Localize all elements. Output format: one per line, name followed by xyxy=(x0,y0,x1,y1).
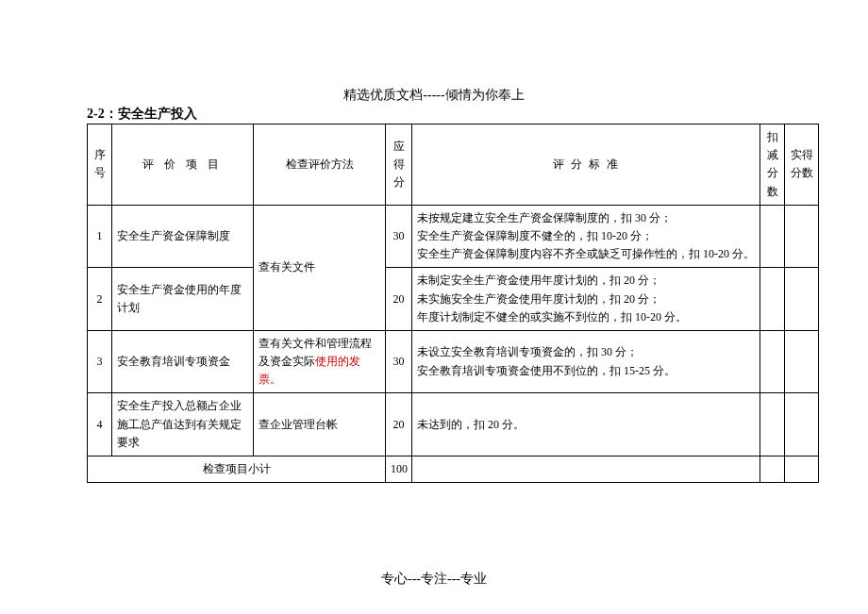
th-criteria: 评 分 标 准 xyxy=(412,124,760,206)
criteria-line: 年度计划制定不健全的或实施不到位的，扣 10-20 分。 xyxy=(417,308,755,326)
th-actual: 实得分数 xyxy=(785,124,819,206)
cell-criteria: 未制定安全生产资金使用年度计划的，扣 20 分； 未实施安全生产资金使用年度计划… xyxy=(412,268,760,331)
cell-item: 安全生产投入总额占企业施工总产值达到有关规定要求 xyxy=(112,393,254,456)
criteria-line: 未设立安全教育培训专项资金的，扣 30 分； xyxy=(417,343,755,361)
criteria-line: 未按规定建立安全生产资金保障制度的，扣 30 分； xyxy=(417,209,755,227)
cell-criteria: 未设立安全教育培训专项资金的，扣 30 分； 安全教育培训专项资金使用不到位的，… xyxy=(412,330,760,393)
criteria-line: 安全教育培训专项资金使用不到位的，扣 15-25 分。 xyxy=(417,362,755,380)
cell-deduct xyxy=(760,268,785,331)
cell-actual xyxy=(785,330,819,393)
page-header: 精选优质文档-----倾情为你奉上 xyxy=(0,0,868,106)
table-row: 3 安全教育培训专项资金 查有关文件和管理流程及资金实际使用的发票。 30 未设… xyxy=(88,330,819,393)
cell-possible: 20 xyxy=(386,393,412,456)
th-deduct: 扣减分数 xyxy=(760,124,785,206)
criteria-line: 未实施安全生产资金使用年度计划的，扣 20 分； xyxy=(417,290,755,308)
cell-item: 安全生产资金保障制度 xyxy=(112,205,254,268)
section-title: 2-2：安全生产投入 xyxy=(0,106,868,124)
table-row: 1 安全生产资金保障制度 查有关文件 30 未按规定建立安全生产资金保障制度的，… xyxy=(88,205,819,268)
cell-deduct xyxy=(760,205,785,268)
th-seq: 序号 xyxy=(88,124,112,206)
cell-seq: 3 xyxy=(88,330,112,393)
table-row: 4 安全生产投入总额占企业施工总产值达到有关规定要求 查企业管理台帐 20 未达… xyxy=(88,393,819,456)
cell-possible: 20 xyxy=(386,268,412,331)
subtotal-empty xyxy=(785,456,819,483)
subtotal-empty xyxy=(412,456,760,483)
cell-criteria: 未达到的，扣 20 分。 xyxy=(412,393,760,456)
table-container: 序号 评 价 项 目 检查评价方法 应得分 评 分 标 准 扣减分数 实得分数 … xyxy=(0,124,868,483)
page-footer: 专心---专注---专业 xyxy=(0,571,868,588)
criteria-line: 未制定安全生产资金使用年度计划的，扣 20 分； xyxy=(417,272,755,290)
subtotal-empty xyxy=(760,456,785,483)
table-header-row: 序号 评 价 项 目 检查评价方法 应得分 评 分 标 准 扣减分数 实得分数 xyxy=(88,124,819,206)
th-method: 检查评价方法 xyxy=(254,124,386,206)
criteria-line: 安全生产资金保障制度内容不齐全或缺乏可操作性的，扣 10-20 分。 xyxy=(417,245,755,263)
cell-criteria: 未按规定建立安全生产资金保障制度的，扣 30 分； 安全生产资金保障制度不健全的… xyxy=(412,205,760,268)
th-possible: 应得分 xyxy=(386,124,412,206)
cell-deduct xyxy=(760,330,785,393)
criteria-line: 未达到的，扣 20 分。 xyxy=(417,416,755,434)
cell-possible: 30 xyxy=(386,330,412,393)
cell-method: 查有关文件和管理流程及资金实际使用的发票。 xyxy=(254,330,386,393)
evaluation-table: 序号 评 价 项 目 检查评价方法 应得分 评 分 标 准 扣减分数 实得分数 … xyxy=(87,124,819,483)
criteria-line: 安全生产资金保障制度不健全的，扣 10-20 分； xyxy=(417,227,755,245)
cell-item: 安全教育培训专项资金 xyxy=(112,330,254,393)
subtotal-value: 100 xyxy=(386,456,412,483)
table-row: 2 安全生产资金使用的年度计划 20 未制定安全生产资金使用年度计划的，扣 20… xyxy=(88,268,819,331)
cell-seq: 4 xyxy=(88,393,112,456)
cell-deduct xyxy=(760,393,785,456)
subtotal-label: 检查项目小计 xyxy=(88,456,386,483)
cell-seq: 2 xyxy=(88,268,112,331)
cell-actual xyxy=(785,205,819,268)
cell-possible: 30 xyxy=(386,205,412,268)
cell-method: 查企业管理台帐 xyxy=(254,393,386,456)
cell-actual xyxy=(785,268,819,331)
cell-seq: 1 xyxy=(88,205,112,268)
cell-actual xyxy=(785,393,819,456)
th-item: 评 价 项 目 xyxy=(112,124,254,206)
table-subtotal-row: 检查项目小计 100 xyxy=(88,456,819,483)
cell-method: 查有关文件 xyxy=(254,205,386,330)
cell-item: 安全生产资金使用的年度计划 xyxy=(112,268,254,331)
